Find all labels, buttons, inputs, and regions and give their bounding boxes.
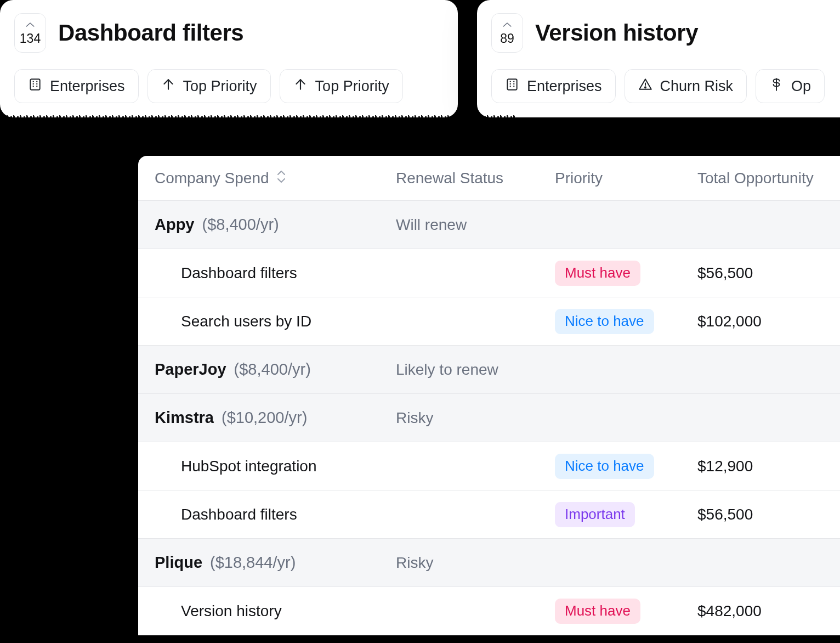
chip-label: Top Priority [183,78,257,95]
column-total-opportunity[interactable]: Total Opportunity [697,170,840,187]
card-title: Version history [535,20,698,46]
renewal-status: Likely to renew [396,361,555,379]
company-name: PaperJoy [155,360,226,379]
company-name: Appy [155,216,195,234]
renewal-status: Will renew [396,216,555,234]
company-spend: ($18,844/yr) [210,554,296,572]
column-label: Priority [555,170,603,187]
arrow-up-icon [293,77,308,95]
chip-enterprises[interactable]: Enterprises [491,69,616,103]
chevron-up-icon [502,20,512,30]
column-label: Total Opportunity [697,170,814,187]
priority-badge: Nice to have [555,309,654,334]
chip-label: Op [791,78,811,95]
feature-name: Search users by ID [155,313,396,330]
opportunity-row[interactable]: Version historyMust have$482,000 [138,587,840,635]
company-spend: ($8,400/yr) [202,216,279,234]
company-group-row[interactable]: Appy($8,400/yr)Will renew [138,201,840,249]
filter-card-dashboard-filters: 134 Dashboard filters Enterprises Top Pr… [0,0,458,117]
company-spend: ($8,400/yr) [234,360,311,379]
chip-row: Enterprises Churn Risk Op [491,69,840,103]
svg-rect-0 [30,79,39,90]
renewal-status: Risky [396,554,555,572]
building-icon [505,77,519,95]
vote-button[interactable]: 134 [14,13,46,53]
opportunity-value: $56,500 [697,264,840,282]
card-title: Dashboard filters [58,20,243,46]
priority-badge: Important [555,502,635,527]
feature-name: HubSpot integration [155,458,396,475]
company-spend: ($10,200/yr) [222,409,307,427]
vote-count: 89 [500,31,514,46]
warning-icon [638,77,652,95]
column-company-spend[interactable]: Company Spend [155,170,396,187]
chip-top-priority[interactable]: Top Priority [280,69,403,103]
filter-card-version-history: 89 Version history Enterprises Churn Ris… [477,0,840,117]
table-header: Company Spend Renewal Status Priority To… [138,156,840,201]
feature-name: Dashboard filters [155,264,396,282]
opportunity-row[interactable]: Dashboard filtersImportant$56,500 [138,490,840,539]
building-icon [28,77,42,95]
priority-badge: Must have [555,261,640,286]
dollar-icon [769,77,784,95]
chip-opportunity[interactable]: Op [756,69,825,103]
opportunity-row[interactable]: Search users by IDNice to have$102,000 [138,297,840,346]
chevron-up-icon [25,20,35,30]
chip-label: Enterprises [527,78,602,95]
column-priority[interactable]: Priority [555,170,697,187]
priority-badge: Nice to have [555,454,654,479]
chip-churn-risk[interactable]: Churn Risk [625,69,747,103]
opportunity-value: $12,900 [697,458,840,475]
vote-count: 134 [20,31,41,46]
company-name: Kimstra [155,409,214,427]
svg-point-17 [644,87,645,88]
opportunity-value: $482,000 [697,602,840,620]
chip-top-priority[interactable]: Top Priority [147,69,271,103]
opportunity-value: $102,000 [697,313,840,330]
priority-badge: Must have [555,599,640,624]
feature-name: Version history [155,602,396,620]
column-renewal-status[interactable]: Renewal Status [396,170,555,187]
feature-name: Dashboard filters [155,506,396,523]
sort-icon [276,170,287,187]
chip-label: Top Priority [315,78,389,95]
svg-rect-9 [507,79,517,90]
renewal-status: Risky [396,409,555,427]
opportunity-table: Company Spend Renewal Status Priority To… [138,156,840,635]
chip-row: Enterprises Top Priority Top Priority [14,69,444,103]
chip-label: Churn Risk [660,78,734,95]
opportunity-value: $56,500 [697,506,840,523]
opportunity-row[interactable]: HubSpot integrationNice to have$12,900 [138,442,840,490]
column-label: Company Spend [155,170,269,187]
chip-enterprises[interactable]: Enterprises [14,69,139,103]
company-group-row[interactable]: Plique($18,844/yr)Risky [138,539,840,587]
company-name: Plique [155,554,202,572]
chip-label: Enterprises [50,78,125,95]
vote-button[interactable]: 89 [491,13,523,53]
arrow-up-icon [161,77,175,95]
opportunity-row[interactable]: Dashboard filtersMust have$56,500 [138,249,840,297]
column-label: Renewal Status [396,170,503,187]
company-group-row[interactable]: PaperJoy($8,400/yr)Likely to renew [138,346,840,394]
company-group-row[interactable]: Kimstra($10,200/yr)Risky [138,394,840,442]
